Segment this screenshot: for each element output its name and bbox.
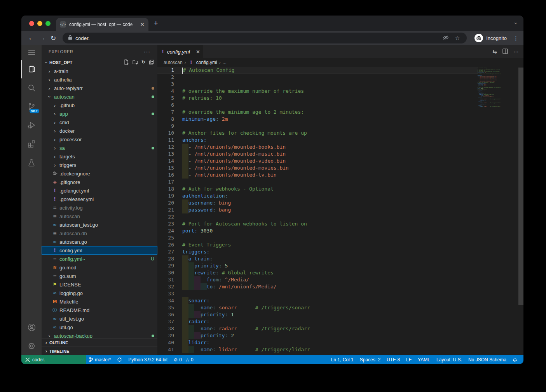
code-line-33[interactable]: 33 [157, 290, 478, 297]
account-icon[interactable] [21, 318, 42, 336]
tree-item-app[interactable]: ›app [42, 109, 157, 118]
code-line-35[interactable]: 35- name: sonarr # /triggers/sonarr [157, 304, 478, 311]
code-line-6[interactable]: 6 [157, 102, 478, 109]
breadcrumb[interactable]: autoscan › ! config.yml › ... [157, 58, 523, 67]
line-content[interactable]: authentication: [174, 193, 228, 199]
line-content[interactable]: priority: 1 [174, 311, 234, 318]
refresh-icon[interactable]: ↻ [141, 59, 145, 66]
tree-item-autoscan-db[interactable]: ≡autoscan.db [42, 229, 157, 238]
code-line-8[interactable]: 8minimum-age: 2m [157, 116, 478, 123]
line-content[interactable]: # Event Triggers [174, 241, 231, 248]
tree-item-cmd[interactable]: ›cmd [42, 118, 157, 127]
code-line-32[interactable]: 32to: /mnt/unionfs/Media/ [157, 283, 478, 290]
tree-item-license[interactable]: ⚑LICENSE [42, 280, 157, 289]
bookmark-star-icon[interactable]: ☆ [455, 35, 460, 41]
code-line-7[interactable]: 7# override the minimum age to 2 minutes… [157, 109, 478, 116]
tree-item-dockerignore[interactable]: .dockerignore [42, 169, 157, 178]
code-line-31[interactable]: 31- from: ^/Media/ [157, 276, 478, 283]
new-tab-button[interactable]: + [154, 19, 158, 28]
tree-item-targets[interactable]: ›targets [42, 152, 157, 161]
line-content[interactable]: sonarr: [174, 297, 209, 304]
line-content[interactable]: - name: radarr # /triggers/radarr [174, 325, 310, 332]
line-content[interactable] [174, 290, 182, 297]
tree-item-go-sum[interactable]: ≡go.sum [42, 272, 157, 280]
code-line-40[interactable]: 40lidarr: [157, 339, 478, 346]
code-editor[interactable]: 1# Autoscan Config234# override the maxi… [157, 67, 523, 355]
open-changes-icon[interactable]: ⇆ [492, 49, 497, 55]
tree-item-go-mod[interactable]: ≋go.mod [42, 263, 157, 272]
tree-item-autoscan[interactable]: ›autoscan [42, 92, 157, 101]
code-line-18[interactable]: 18# Auth for webhooks - Optional [157, 186, 478, 193]
tree-item-processor[interactable]: ›processor [42, 135, 157, 144]
line-content[interactable] [174, 123, 182, 130]
code-line-25[interactable]: 25 [157, 234, 478, 241]
line-content[interactable]: - name: lidarr # /triggers/lidarr [174, 346, 310, 353]
line-content[interactable]: port: 3030 [174, 227, 213, 234]
address-bar[interactable]: coder. ☆ [63, 33, 467, 43]
minimap[interactable]: # Autoscan Config# override the maximum … [478, 68, 518, 107]
line-content[interactable]: a-train: [174, 255, 213, 262]
language-mode-status[interactable]: YAML [415, 355, 433, 364]
line-content[interactable] [174, 234, 182, 241]
json-schema-status[interactable]: No JSON Schema [465, 355, 509, 364]
code-line-39[interactable]: 39priority: 2 [157, 332, 478, 339]
tree-item-config-yml[interactable]: ≡config.yml~U [42, 255, 157, 263]
workspace-section-header[interactable]: › HOST_OPT ↻ [42, 58, 157, 67]
tree-item-util-test-go[interactable]: ∞util_test.go [42, 314, 157, 323]
code-line-11[interactable]: 11anchors: [157, 137, 478, 144]
line-content[interactable]: - /mnt/unionfs/mounted-movies.bin [174, 165, 289, 172]
editor-scrollbar[interactable] [518, 68, 523, 305]
breadcrumb-folder[interactable]: autoscan [164, 60, 183, 65]
tab-search-chevron-icon[interactable]: › [513, 23, 520, 24]
code-line-34[interactable]: 34sonarr: [157, 297, 478, 304]
tree-item-golangci-yml[interactable]: !.golangci.yml [42, 186, 157, 195]
git-branch-status[interactable]: master* [86, 355, 114, 364]
encoding-status[interactable]: UTF-8 [384, 355, 403, 364]
tree-item-goreleaser-yml[interactable]: !.goreleaser.yml [42, 195, 157, 203]
code-line-21[interactable]: 21password: bang [157, 206, 478, 213]
tree-item-autoscan-go[interactable]: ∞autoscan.go [42, 238, 157, 246]
code-line-4[interactable]: 4# override the maximum number of retrie… [157, 88, 478, 95]
line-content[interactable]: # Auth for webhooks - Optional [174, 186, 274, 193]
line-content[interactable]: priority: 5 [174, 262, 228, 269]
code-line-38[interactable]: 38- name: radarr # /triggers/radarr [157, 325, 478, 332]
tree-item-readme-md[interactable]: ⓘREADME.md [42, 306, 157, 314]
forward-button[interactable]: → [37, 34, 48, 42]
problems-status[interactable]: ⊘0△0 [171, 355, 197, 364]
tree-item-docker[interactable]: ›docker [42, 127, 157, 135]
line-content[interactable]: # retries: 10 [174, 95, 222, 102]
line-content[interactable]: # override the maximum number of retries [174, 88, 304, 95]
line-content[interactable] [174, 74, 182, 81]
code-line-24[interactable]: 24port: 3030 [157, 227, 478, 234]
browser-tab[interactable]: </> config.yml — host_opt — code ✕ [56, 18, 148, 31]
code-line-20[interactable]: 20username: bing [157, 199, 478, 206]
tree-item-util-go[interactable]: ∞util.go [42, 323, 157, 331]
notifications-bell[interactable] [509, 355, 520, 364]
breadcrumb-tail[interactable]: ... [223, 60, 227, 65]
split-editor-icon[interactable] [502, 49, 508, 55]
run-debug-icon[interactable] [21, 116, 42, 134]
cursor-position-status[interactable]: Ln 1, Col 1 [328, 355, 357, 364]
keyboard-layout-status[interactable]: Layout: U.S. [433, 355, 465, 364]
python-interpreter-status[interactable]: Python 3.9.2 64-bit [125, 355, 171, 364]
tree-item-triggers[interactable]: ›triggers [42, 161, 157, 169]
reload-button[interactable]: ↻ [48, 34, 59, 42]
tree-item-makefile[interactable]: MMakefile [42, 297, 157, 306]
line-content[interactable]: radarr: [174, 318, 209, 325]
code-line-12[interactable]: 12- /mnt/unionfs/mounted-books.bin [157, 144, 478, 151]
code-line-37[interactable]: 37radarr: [157, 318, 478, 325]
code-line-23[interactable]: 23# Port for Autoscan webhooks to listen… [157, 220, 478, 227]
minimize-window-button[interactable] [37, 21, 42, 26]
line-content[interactable]: rewrite: # Global rewrites [174, 269, 274, 276]
testing-icon[interactable] [21, 153, 42, 172]
line-content[interactable]: lidarr: [174, 339, 209, 346]
line-content[interactable]: # Port for Autoscan webhooks to listen o… [174, 220, 307, 227]
outline-pane-header[interactable]: › OUTLINE [42, 338, 157, 347]
search-icon[interactable] [21, 78, 42, 97]
settings-gear-icon[interactable] [21, 336, 42, 355]
code-line-5[interactable]: 5# retries: 10 [157, 95, 478, 102]
line-content[interactable]: - /mnt/unionfs/mounted-video.bin [174, 158, 286, 165]
line-content[interactable] [174, 102, 182, 109]
line-content[interactable]: # Anchor files for checking mounts are u… [174, 130, 307, 137]
tree-item-activity-log[interactable]: ≡activity.log [42, 203, 157, 212]
